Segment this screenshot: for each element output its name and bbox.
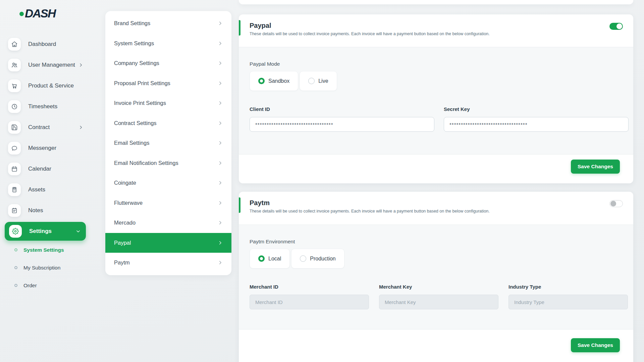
paypal-mode-live-radio[interactable]: Live xyxy=(300,71,337,91)
save-changes-button[interactable]: Save Changes xyxy=(571,338,620,352)
merchant-id-label: Merchant ID xyxy=(250,284,369,290)
settings-menu-item-paypal[interactable]: Paypal xyxy=(105,233,231,253)
sidebar-item-label: Settings xyxy=(29,228,52,235)
calendar-icon xyxy=(8,163,21,175)
sidebar-item-label: Assets xyxy=(28,186,45,193)
merchant-id-input[interactable] xyxy=(250,295,369,309)
industry-type-input[interactable] xyxy=(508,295,628,309)
sidebar-item-label: Timesheets xyxy=(28,103,57,110)
client-id-field: Client ID xyxy=(250,106,434,132)
paypal-settings-card: Paypal These details will be used to col… xyxy=(239,14,633,183)
bullet-icon xyxy=(14,284,17,287)
settings-menu-item-brand-settings[interactable]: Brand Settings xyxy=(105,13,231,34)
paypal-card-body: Paypal Mode Sandbox Live Client ID Secre… xyxy=(239,47,633,154)
bullet-icon xyxy=(14,266,17,269)
sidebar-subitem-my-subscription[interactable]: My Subscription xyxy=(0,259,97,277)
menu-item-label: Paypal xyxy=(114,240,131,246)
client-id-label: Client ID xyxy=(250,106,434,112)
subitem-label: System Settings xyxy=(23,247,64,253)
paypal-mode-options: Sandbox Live xyxy=(250,71,623,91)
paytm-card-footer: Save Changes xyxy=(239,329,633,352)
sidebar-item-product-service[interactable]: Product & Service xyxy=(0,75,97,96)
paytm-description: These details will be used to collect in… xyxy=(250,209,623,214)
settings-menu-item-invoice-print-settings[interactable]: Invoice Print Settings xyxy=(105,93,231,113)
paypal-mode-sandbox-radio[interactable]: Sandbox xyxy=(250,71,298,91)
sidebar-item-timesheets[interactable]: Timesheets xyxy=(0,96,97,117)
paytm-env-local-radio[interactable]: Local xyxy=(250,249,290,268)
chevron-right-icon xyxy=(78,63,83,67)
sidebar-item-dashboard[interactable]: Dashboard xyxy=(0,34,97,55)
settings-menu-item-company-settings[interactable]: Company Settings xyxy=(105,53,231,73)
menu-item-label: Email Notification Settings xyxy=(114,160,178,166)
paypal-description: These details will be used to collect in… xyxy=(250,32,623,36)
chevron-right-icon xyxy=(218,81,223,86)
menu-item-label: Brand Settings xyxy=(114,20,150,26)
app-logo[interactable]: DASH xyxy=(19,6,55,21)
settings-menu-item-paytm[interactable]: Paytm xyxy=(105,253,231,273)
bullet-icon xyxy=(14,248,17,251)
merchant-id-field: Merchant ID xyxy=(250,284,369,309)
settings-menu-item-contract-settings[interactable]: Contract Settings xyxy=(105,113,231,133)
previous-card-bottom xyxy=(239,0,633,4)
sidebar-item-messenger[interactable]: Messenger xyxy=(0,138,97,159)
save-changes-button[interactable]: Save Changes xyxy=(571,160,620,174)
sidebar-item-settings[interactable]: Settings xyxy=(5,222,86,241)
menu-item-label: Contract Settings xyxy=(114,120,157,126)
radio-unchecked-icon xyxy=(300,255,306,262)
settings-menu-item-system-settings[interactable]: System Settings xyxy=(105,34,231,54)
sidebar-subitem-order[interactable]: Order xyxy=(0,277,97,294)
client-id-input[interactable] xyxy=(250,117,434,132)
paypal-fields: Client ID Secret Key xyxy=(250,106,623,132)
sidebar-item-label: Notes xyxy=(28,207,43,214)
chat-icon xyxy=(8,142,21,155)
calculator-icon xyxy=(8,183,21,196)
logo-dot-icon xyxy=(19,12,24,16)
merchant-key-field: Merchant Key xyxy=(379,284,498,309)
users-icon xyxy=(8,59,21,71)
sidebar-item-assets[interactable]: Assets xyxy=(0,179,97,200)
chevron-right-icon xyxy=(218,61,223,66)
merchant-key-input[interactable] xyxy=(379,295,498,309)
menu-item-label: Flutterwave xyxy=(114,200,143,206)
sidebar: DASH Dashboard User Management Product &… xyxy=(0,0,97,362)
chevron-right-icon xyxy=(218,101,223,106)
settings-menu-item-coingate[interactable]: Coingate xyxy=(105,173,231,193)
chevron-right-icon xyxy=(218,200,223,205)
settings-menu-item-email-notification-settings[interactable]: Email Notification Settings xyxy=(105,153,231,173)
sidebar-item-label: Dashboard xyxy=(28,41,56,48)
paypal-title: Paypal xyxy=(250,22,623,29)
toggle-knob xyxy=(610,201,616,206)
settings-menu-item-proposal-print-settings[interactable]: Proposal Print Settings xyxy=(105,73,231,94)
radio-label: Production xyxy=(310,256,336,262)
sidebar-item-contract[interactable]: Contract xyxy=(0,117,97,138)
secret-key-field: Secret Key xyxy=(444,106,629,132)
settings-menu-item-mercado[interactable]: Mercado xyxy=(105,213,231,233)
menu-item-label: System Settings xyxy=(114,40,154,47)
radio-label: Sandbox xyxy=(268,78,289,84)
clock-icon xyxy=(8,100,21,113)
subitem-label: Order xyxy=(23,283,37,289)
radio-label: Live xyxy=(318,78,328,84)
paytm-card-header: Paytm These details will be used to coll… xyxy=(239,192,633,225)
menu-item-label: Company Settings xyxy=(114,60,159,66)
paypal-enabled-toggle[interactable] xyxy=(609,23,623,30)
menu-item-label: Mercado xyxy=(114,220,136,226)
chevron-right-icon xyxy=(218,161,223,166)
paytm-enabled-toggle[interactable] xyxy=(609,200,623,207)
sidebar-item-calendar[interactable]: Calendar xyxy=(0,159,97,179)
accent-bar xyxy=(239,20,240,36)
paytm-title: Paytm xyxy=(250,199,623,207)
sidebar-item-user-management[interactable]: User Management xyxy=(0,55,97,75)
paytm-env-production-radio[interactable]: Production xyxy=(291,249,344,268)
paytm-environment-label: Paytm Environment xyxy=(250,225,623,245)
sidebar-item-notes[interactable]: Notes xyxy=(0,200,97,221)
chevron-right-icon xyxy=(218,121,223,126)
paypal-card-header: Paypal These details will be used to col… xyxy=(239,14,633,47)
subitem-label: My Subscription xyxy=(23,265,60,271)
sidebar-subitem-system-settings[interactable]: System Settings xyxy=(0,241,97,259)
paytm-environment-options: Local Production xyxy=(250,249,623,268)
secret-key-input[interactable] xyxy=(444,117,629,132)
chevron-right-icon xyxy=(218,240,223,245)
settings-menu-item-flutterwave[interactable]: Flutterwave xyxy=(105,193,231,213)
settings-menu-item-email-settings[interactable]: Email Settings xyxy=(105,133,231,153)
